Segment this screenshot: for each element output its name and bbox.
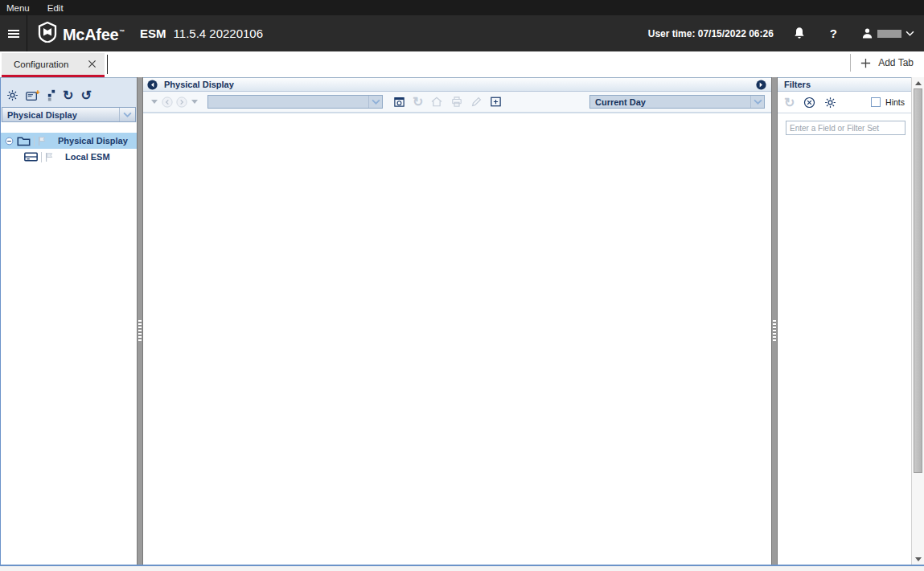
tab-cursor (107, 55, 108, 74)
user-icon (861, 27, 873, 39)
view-panel-header: Physical Display (143, 78, 771, 92)
help-icon: ? (830, 27, 837, 40)
filter-search-input[interactable] (786, 121, 906, 135)
refresh-button[interactable]: ↻ (63, 89, 73, 101)
add-tab-button[interactable]: Add Tab (850, 54, 914, 72)
username-redacted (877, 30, 901, 38)
folder-icon (17, 135, 31, 146)
arrow-down-icon (915, 557, 922, 561)
run-filters-button[interactable]: ↻ (784, 97, 795, 109)
user-time: User time: 07/15/2022 06:26 (648, 28, 774, 39)
home-icon (430, 96, 443, 108)
expand-view-icon (490, 96, 502, 108)
menu-item-menu[interactable]: Menu (6, 3, 30, 13)
splitter-right[interactable] (771, 77, 778, 565)
properties-button[interactable] (6, 89, 18, 101)
device-toolbar: ↻ ↺ (1, 89, 137, 107)
edit-button[interactable] (470, 96, 483, 108)
time-range-value: Current Day (590, 97, 750, 107)
time-range-dropdown[interactable]: Current Day (589, 95, 765, 109)
user-menu[interactable] (861, 27, 914, 39)
chevron-down-icon (906, 31, 914, 36)
tab-label: Configuration (14, 60, 88, 69)
add-tab-label: Add Tab (878, 57, 914, 68)
print-button[interactable] (450, 96, 463, 108)
edit-icon (470, 96, 483, 108)
tree-view-selector[interactable]: Physical Display (2, 107, 136, 122)
collapse-panel-icon[interactable] (147, 80, 158, 90)
add-device-button[interactable] (26, 89, 40, 101)
product-title: ESM 11.5.4 20220106 (140, 27, 263, 40)
splitter-grip (138, 320, 142, 341)
refresh-icon: ↻ (413, 96, 423, 108)
device-icon (24, 152, 38, 162)
tree-view-selected-value: Physical Display (2, 110, 119, 120)
undo-button[interactable]: ↺ (80, 89, 91, 101)
flag-icon (45, 152, 54, 162)
clear-filters-button[interactable] (803, 97, 815, 109)
scroll-up-button[interactable] (912, 77, 924, 88)
notifications-button[interactable] (793, 27, 806, 40)
tree-item-physical-display[interactable]: Physical Display (1, 133, 137, 149)
undo-icon: ↺ (80, 88, 91, 102)
mcafee-esm-window: Menu Edit McAfee™ ESM 11.5.4 20220106 Us… (0, 0, 924, 571)
refresh-icon: ↻ (63, 88, 73, 102)
scrollbar-thumb[interactable] (914, 88, 922, 473)
help-button[interactable]: ? (830, 27, 837, 40)
hierarchy-button[interactable] (47, 89, 55, 101)
home-button[interactable] (430, 96, 443, 108)
back-icon (162, 97, 173, 108)
refresh-view-button[interactable]: ↻ (413, 96, 423, 108)
forward-button[interactable] (176, 97, 187, 108)
divider (850, 54, 851, 72)
close-icon[interactable] (88, 60, 97, 68)
view-panel: Physical Display (143, 77, 771, 565)
divider (34, 136, 35, 146)
view-selector-dropdown[interactable] (207, 95, 383, 109)
menu-bar: Menu Edit (0, 0, 924, 15)
arrow-up-icon (915, 81, 922, 85)
splitter-left[interactable] (137, 77, 143, 565)
filters-toolbar: ↻ Hints (778, 92, 911, 113)
history-back-menu-icon[interactable] (151, 100, 158, 104)
back-button[interactable] (162, 97, 173, 108)
watch-icon (393, 96, 405, 108)
tree-item-label: Physical Display (58, 136, 128, 146)
filters-panel-header: Filters (778, 78, 911, 92)
filters-panel: Filters ↻ (778, 77, 911, 565)
tree-item-local-esm[interactable]: Local ESM (1, 149, 137, 165)
clear-filter-icon (803, 97, 815, 109)
chevron-down-icon (750, 96, 764, 108)
refresh-icon: ↻ (784, 96, 795, 109)
tab-configuration[interactable]: Configuration (2, 53, 105, 77)
device-tree-panel: ↻ ↺ Physical Display (0, 77, 137, 565)
filter-settings-button[interactable] (824, 97, 836, 109)
vertical-scrollbar[interactable] (911, 77, 924, 565)
bell-icon (793, 27, 806, 40)
splitter-grip (773, 320, 776, 341)
view-panel-title: Physical Display (164, 80, 234, 89)
product-version: 11.5.4 20220106 (174, 27, 264, 40)
hints-label: Hints (885, 97, 905, 107)
add-device-icon (26, 89, 40, 101)
watchlist-button[interactable] (393, 96, 405, 108)
main-menu-button[interactable] (0, 15, 27, 51)
hints-checkbox[interactable] (871, 97, 881, 107)
gear-icon (6, 89, 18, 101)
expand-view-button[interactable] (490, 96, 502, 108)
collapse-icon[interactable] (5, 137, 14, 146)
scroll-down-button[interactable] (912, 553, 924, 565)
expand-panel-icon[interactable] (756, 80, 766, 90)
view-canvas (143, 113, 771, 565)
view-toolbar: ↻ (143, 92, 771, 113)
product-name: ESM (140, 27, 166, 40)
brand-logo: McAfee™ (38, 22, 125, 45)
app-header: McAfee™ ESM 11.5.4 20220106 User time: 0… (0, 15, 924, 51)
plus-icon (860, 57, 872, 69)
tab-bar: Configuration Add Tab (0, 51, 924, 77)
history-forward-menu-icon[interactable] (191, 100, 198, 104)
menu-item-edit[interactable]: Edit (47, 3, 64, 13)
chevron-down-icon (368, 96, 382, 108)
hierarchy-icon (47, 89, 55, 101)
gear-icon (824, 97, 836, 109)
